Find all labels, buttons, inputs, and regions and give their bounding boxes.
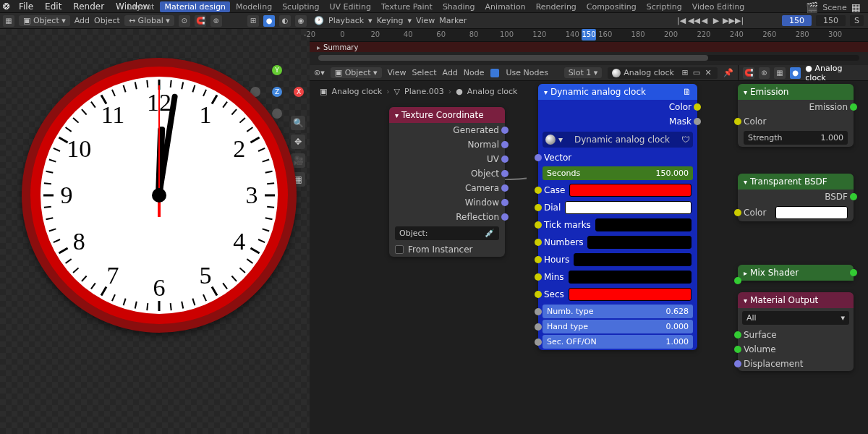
nh-mode[interactable]: ▣ Object ▾ xyxy=(331,67,382,78)
backdrop-icon[interactable]: ▦ xyxy=(774,67,786,79)
current-frame[interactable]: 150 xyxy=(782,15,812,26)
timeline-ruler[interactable]: -200204060801001201401601802002202402602… xyxy=(310,29,868,42)
proportional-icon[interactable]: ⊚ xyxy=(210,15,222,27)
editor-icon[interactable]: ⊚▾ xyxy=(314,68,325,77)
tl-playback[interactable]: Playback xyxy=(328,16,364,25)
zoom-icon[interactable]: 🔍 xyxy=(291,116,305,130)
pin-icon[interactable]: 📌 xyxy=(723,68,733,77)
ws-texpaint[interactable]: Texture Paint xyxy=(377,1,437,12)
axis-y-icon[interactable]: Y xyxy=(272,65,282,75)
nh-node[interactable]: Node xyxy=(464,68,485,77)
3d-viewport[interactable]: Y X Z 🔍 ✥ 🎥 ▦ 123456789101112 xyxy=(0,29,310,434)
eyedropper-icon[interactable]: 💉 xyxy=(485,229,495,238)
color-input-mins[interactable]: Mins xyxy=(538,268,697,286)
node-transparent-bsdf[interactable]: ▾Transparent BSDF BSDF Color xyxy=(738,174,854,221)
emission-strength[interactable]: Strength1.000 xyxy=(744,131,848,145)
mat-browse-icon[interactable]: ⊞ xyxy=(680,68,690,78)
jump-start-icon[interactable]: |◀ xyxy=(676,16,686,25)
prop-hand-type[interactable]: Hand type0.000 xyxy=(542,320,693,333)
ws-sculpting[interactable]: Sculpting xyxy=(278,1,323,12)
material-slot[interactable]: Slot 1 ▾ xyxy=(564,67,603,78)
prop-sec-off-on[interactable]: Sec. OFF/ON1.000 xyxy=(542,335,693,349)
jump-end-icon[interactable]: ▶| xyxy=(734,16,744,25)
crumb-obj[interactable]: Analog clock xyxy=(331,87,382,96)
play-icon[interactable]: ▶ xyxy=(711,16,721,25)
node-dynamic-analog-clock[interactable]: ▾Dynamic analog clock🗎 Color Mask ▾Dynam… xyxy=(538,84,697,350)
shading-solid-icon[interactable]: ● xyxy=(263,15,275,27)
tl-view[interactable]: View xyxy=(416,16,435,25)
ws-shading[interactable]: Shading xyxy=(438,1,480,12)
ws-uv[interactable]: UV Editing xyxy=(326,1,375,12)
node-group-selector[interactable]: ▾Dynamic analog clock🛡 xyxy=(542,132,693,148)
blender-logo-icon[interactable]: ❂ xyxy=(0,0,13,13)
cube-icon: ▣ xyxy=(23,16,30,25)
shader-type-label[interactable]: ● Analog clock xyxy=(805,64,864,82)
mode-select[interactable]: ▣ Object ▾ xyxy=(19,15,70,26)
pan-icon[interactable]: ✥ xyxy=(291,135,305,149)
crumb-mesh[interactable]: Plane.003 xyxy=(404,87,444,96)
shield-icon[interactable]: 🛡 xyxy=(681,135,690,145)
node-texture-coordinate[interactable]: ▾Texture Coordinate Generated Normal UV … xyxy=(389,107,505,257)
tl-keying[interactable]: Keying xyxy=(377,16,404,25)
material-selector[interactable]: Analog clock ⊞ ▭ ✕ xyxy=(608,67,718,79)
menu-render[interactable]: Render xyxy=(67,0,110,13)
snap-icon[interactable]: 🧲 xyxy=(195,15,206,27)
ws-material-design[interactable]: Material design xyxy=(160,1,230,12)
ws-layout[interactable]: Layout xyxy=(123,1,158,12)
scene-selector[interactable]: 🎬 Scene ▦ xyxy=(806,1,861,13)
nh-view[interactable]: View xyxy=(388,68,407,77)
node-material-output[interactable]: ▾Material Output All▾ Surface Volume Dis… xyxy=(738,292,854,371)
crumb-mat[interactable]: Analog clock xyxy=(467,87,518,96)
play-rev-icon[interactable]: ◀ xyxy=(699,16,710,25)
color-input-case[interactable]: Case xyxy=(538,182,697,199)
tl-icon[interactable]: 🕐 xyxy=(314,16,324,25)
node-emission[interactable]: ▾Emission Emission Color Strength1.000 xyxy=(738,84,854,147)
prop-numb-type[interactable]: Numb. type0.628 xyxy=(542,305,693,318)
ws-script[interactable]: Scripting xyxy=(642,1,686,12)
frame-end[interactable]: S xyxy=(850,15,864,26)
color-input-dial[interactable]: Dial xyxy=(538,199,697,216)
menu-file[interactable]: File xyxy=(13,0,39,13)
keyframe-next-icon[interactable]: ▶▶ xyxy=(723,16,733,25)
orientation[interactable]: ↔ Global ▾ xyxy=(124,15,174,26)
shading-matprev-icon[interactable]: ◐ xyxy=(279,15,291,27)
color-input-secs[interactable]: Secs xyxy=(538,286,697,303)
color-input-tick-marks[interactable]: Tick marks xyxy=(538,216,697,234)
color-input-hours[interactable]: Hours xyxy=(538,251,697,268)
axis-x-icon[interactable]: X xyxy=(294,87,304,97)
editor-type-icon[interactable]: ▦ xyxy=(3,15,14,27)
shading-render-icon[interactable]: ◉ xyxy=(295,15,307,27)
frame-start[interactable]: 150 xyxy=(816,15,846,26)
keyframe-prev-icon[interactable]: ◀◀ xyxy=(688,16,698,25)
from-instancer-checkbox[interactable] xyxy=(395,245,404,254)
node-canvas[interactable]: ▣ Analog clock› ▽ Plane.003› ● Analog cl… xyxy=(310,81,868,434)
color-input-numbers[interactable]: Numbers xyxy=(538,234,697,251)
ws-comp[interactable]: Compositing xyxy=(582,1,641,12)
ws-video[interactable]: Video Editing xyxy=(688,1,749,12)
timeline-summary[interactable]: Summary xyxy=(310,42,868,52)
mat-unlink-icon[interactable]: ✕ xyxy=(703,68,713,78)
ws-modeling[interactable]: Modeling xyxy=(231,1,276,12)
snap-toggle-icon[interactable]: 🧲 xyxy=(743,67,754,79)
shader-type-icon[interactable]: ● xyxy=(790,67,801,79)
menu-object[interactable]: Object xyxy=(94,16,120,25)
pivot-icon[interactable]: ⊙ xyxy=(179,15,190,27)
overlay-icon[interactable]: ⊚ xyxy=(759,67,770,79)
tl-marker[interactable]: Marker xyxy=(439,16,467,25)
axis-z-icon[interactable]: Z xyxy=(272,87,282,97)
node-options-icon[interactable]: 🗎 xyxy=(683,87,692,97)
timeline-scrollbar[interactable] xyxy=(318,55,859,61)
tex-object-field[interactable]: Object:💉 xyxy=(395,226,499,240)
mat-new-icon[interactable]: ▭ xyxy=(692,68,702,78)
shading-wire-icon[interactable]: ⊞ xyxy=(247,15,259,27)
menu-edit[interactable]: Edit xyxy=(39,0,67,13)
nh-add[interactable]: Add xyxy=(443,68,458,77)
menu-add[interactable]: Add xyxy=(75,16,90,25)
axis-neg2-icon[interactable] xyxy=(272,109,282,119)
node-mix-shader[interactable]: ▸Mix Shader xyxy=(738,265,854,281)
ws-anim[interactable]: Animation xyxy=(481,1,530,12)
output-target[interactable]: All▾ xyxy=(742,311,849,325)
ws-render[interactable]: Rendering xyxy=(532,1,581,12)
use-nodes-checkbox[interactable] xyxy=(490,69,499,77)
nh-select[interactable]: Select xyxy=(412,68,437,77)
